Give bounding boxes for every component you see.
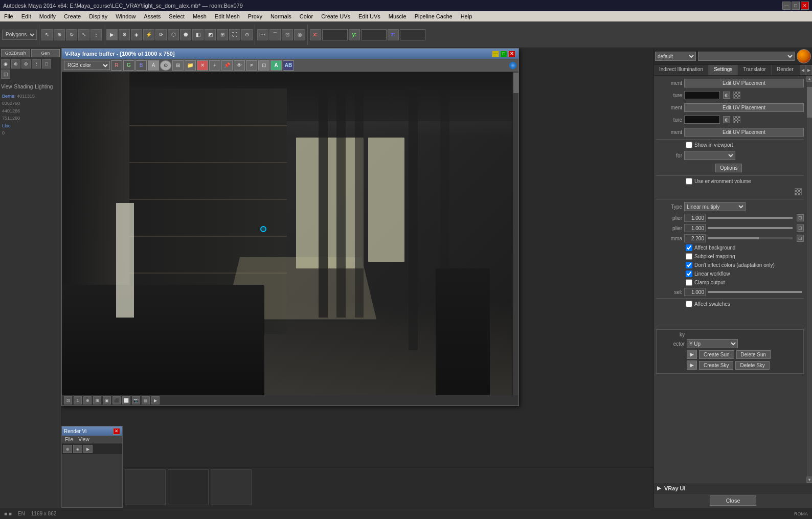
- vray-fb-close[interactable]: ✕: [508, 51, 515, 57]
- fb-btn-lut[interactable]: A: [270, 60, 282, 71]
- multiplier-2-icon[interactable]: ⊡: [797, 224, 804, 232]
- sidebar-tool-6[interactable]: ◫: [1, 70, 10, 79]
- use-env-checkbox[interactable]: [686, 178, 692, 185]
- fb-btn-pin[interactable]: 📌: [221, 60, 233, 71]
- menu-help[interactable]: Help: [459, 13, 475, 20]
- fb-scrollbar[interactable]: [512, 72, 518, 399]
- render-icon[interactable]: ▶: [106, 29, 118, 40]
- tool3[interactable]: ◈: [131, 29, 142, 40]
- fb-btn-open[interactable]: 📁: [185, 60, 196, 71]
- show-viewport-checkbox[interactable]: [686, 142, 692, 148]
- type-select[interactable]: Linear multiply: [684, 202, 746, 211]
- workspace-selector[interactable]: Polygons: [2, 30, 37, 40]
- coord-x[interactable]: [322, 29, 348, 40]
- tool-transform[interactable]: ⊕: [54, 29, 65, 40]
- snap-point[interactable]: ⊡: [282, 29, 293, 40]
- menu-select[interactable]: Select: [167, 13, 187, 20]
- vray-fb-maximize[interactable]: □: [500, 51, 507, 57]
- rv-btn-1[interactable]: ⊕: [63, 445, 72, 453]
- fb-btn-blue[interactable]: B: [136, 60, 147, 71]
- fb-btn-clear[interactable]: +: [209, 60, 220, 71]
- sidebar-tool-1[interactable]: ◉: [1, 59, 10, 69]
- texture-checker-2[interactable]: [733, 116, 740, 123]
- create-sky-button[interactable]: Create Sky: [699, 361, 733, 370]
- delete-sky-button[interactable]: Delete Sky: [735, 361, 769, 370]
- multiplier-2-slider[interactable]: [708, 227, 793, 229]
- rp-scroll-track[interactable]: [806, 82, 812, 477]
- edit-uv-btn-1[interactable]: Edit UV Placement: [684, 79, 804, 87]
- tool12[interactable]: ⊙: [241, 29, 253, 40]
- tool5[interactable]: ⟳: [155, 29, 167, 40]
- clamp-value-slider[interactable]: [708, 291, 802, 293]
- vp-btn-play[interactable]: ▶: [151, 396, 160, 404]
- texture-color-2[interactable]: [684, 116, 720, 124]
- edit-uv-btn-2[interactable]: Edit UV Placement: [684, 103, 804, 112]
- tool4[interactable]: ⚡: [143, 29, 154, 40]
- tool7[interactable]: ⬟: [180, 29, 191, 40]
- sidebar-tool-2[interactable]: ⊛: [11, 59, 20, 69]
- fb-btn-srgb[interactable]: ⊙: [160, 60, 171, 71]
- close-button[interactable]: Close: [710, 495, 756, 506]
- menu-display[interactable]: Display: [87, 13, 109, 20]
- render-vi-close[interactable]: ✕: [113, 428, 120, 435]
- sidebar-tool-4[interactable]: ⋮: [32, 59, 41, 69]
- create-sun-arrow[interactable]: ▶: [687, 350, 697, 359]
- for-select[interactable]: [684, 151, 735, 160]
- snap-curve[interactable]: ⌒: [269, 29, 281, 40]
- menu-edit-uvs[interactable]: Edit UVs: [356, 13, 382, 20]
- edit-uv-btn-3[interactable]: Edit UV Placement: [684, 128, 804, 137]
- menu-proxy[interactable]: Proxy: [246, 13, 264, 20]
- tab-translator[interactable]: Translator: [738, 65, 772, 75]
- fb-btn-save[interactable]: ✕: [197, 60, 208, 71]
- sky-direction-select[interactable]: Y Up: [687, 339, 738, 348]
- texture-color-1[interactable]: [684, 91, 720, 99]
- rv-menu-file[interactable]: File: [63, 437, 75, 442]
- fb-scrollbar-thumb[interactable]: [513, 73, 518, 93]
- affect-background-checkbox[interactable]: [686, 244, 692, 251]
- snap-grid[interactable]: ⋯: [257, 29, 268, 40]
- tool9[interactable]: ◩: [205, 29, 216, 40]
- tool-rotate[interactable]: ↻: [66, 29, 77, 40]
- dont-affect-colors-checkbox[interactable]: [686, 262, 692, 268]
- coord-y[interactable]: [361, 29, 387, 40]
- gamma-icon[interactable]: ⊡: [797, 235, 804, 242]
- channel-select[interactable]: RGB color: [64, 61, 110, 70]
- gamma-input[interactable]: [684, 234, 706, 242]
- affect-swatches-checkbox[interactable]: [686, 301, 692, 307]
- tab-indirect-illumination[interactable]: Indirect Illumination: [654, 65, 709, 75]
- menu-normals[interactable]: Normals: [268, 13, 294, 20]
- clamp-output-checkbox[interactable]: [686, 279, 692, 286]
- tool-snap[interactable]: ⋮: [91, 29, 102, 40]
- vray-ui-arrow[interactable]: ▶: [657, 485, 661, 491]
- multiplier-1-input[interactable]: [684, 214, 706, 222]
- fb-btn-color[interactable]: ⊡: [258, 60, 269, 71]
- menu-create[interactable]: Create: [62, 13, 83, 20]
- menu-color[interactable]: Color: [298, 13, 315, 20]
- menu-muscle[interactable]: Muscle: [387, 13, 409, 20]
- tool-select[interactable]: ↖: [41, 29, 53, 40]
- texture-icon-2[interactable]: ◐: [723, 116, 730, 123]
- vray-fb-minimize[interactable]: —: [492, 51, 499, 57]
- tab-scroll-left[interactable]: ◀: [800, 65, 806, 75]
- thumb-1[interactable]: [125, 469, 166, 505]
- vp-btn-4[interactable]: ⊞: [93, 396, 101, 404]
- rv-btn-2[interactable]: ◈: [73, 445, 82, 453]
- options-button[interactable]: Options: [715, 164, 742, 172]
- snap-view[interactable]: ◎: [294, 29, 305, 40]
- menu-file[interactable]: File: [2, 13, 15, 20]
- create-sun-button[interactable]: Create Sun: [699, 350, 734, 359]
- gen-btn[interactable]: Gen: [31, 49, 60, 57]
- minimize-button[interactable]: —: [782, 2, 791, 10]
- gamma-slider[interactable]: [708, 237, 793, 239]
- menu-assets[interactable]: Assets: [142, 13, 163, 20]
- tool8[interactable]: ◧: [192, 29, 204, 40]
- linear-workflow-checkbox[interactable]: [686, 270, 692, 277]
- tab-render[interactable]: Render: [772, 65, 799, 75]
- menu-mesh[interactable]: Mesh: [191, 13, 209, 20]
- sidebar-tool-3[interactable]: ⊕: [21, 59, 31, 69]
- texture-icon-1[interactable]: ◐: [723, 92, 730, 99]
- rv-menu-view[interactable]: View: [76, 437, 92, 442]
- fb-btn-ab[interactable]: AB: [283, 60, 294, 71]
- vp-btn-9[interactable]: ▤: [142, 396, 150, 404]
- menu-edit[interactable]: Edit: [19, 13, 33, 20]
